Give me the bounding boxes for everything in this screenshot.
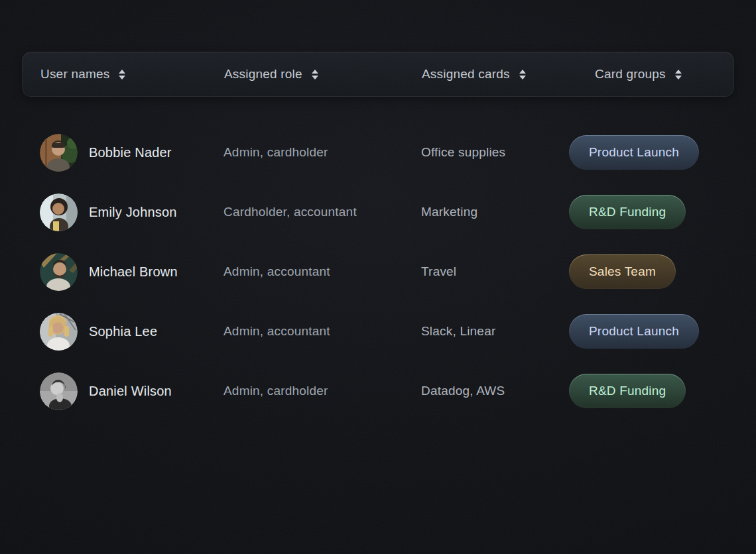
user-cell: Daniel Wilson [40, 372, 223, 410]
card-group-badge[interactable]: Product Launch [569, 314, 699, 349]
user-name: Michael Brown [89, 264, 178, 280]
card-group-label: Product Launch [570, 136, 698, 169]
assigned-cards: Datadog, AWS [421, 384, 569, 398]
column-header-user-names[interactable]: User names [40, 67, 224, 82]
table-header: User names Assigned role Assigned cards … [22, 52, 734, 97]
user-cell: Michael Brown [40, 253, 223, 291]
avatar [40, 194, 78, 231]
assigned-cards: Marketing [421, 205, 569, 219]
user-cell: Emily Johnson [40, 194, 223, 231]
assigned-cards: Office supplies [421, 145, 569, 160]
table-row[interactable]: Daniel Wilson Admin, cardholder Datadog,… [0, 361, 756, 421]
users-table-page: User names Assigned role Assigned cards … [0, 0, 756, 554]
column-label: Assigned cards [422, 67, 510, 82]
card-group-label: R&D Funding [570, 195, 685, 229]
assigned-role: Admin, cardholder [223, 384, 421, 398]
avatar [40, 134, 78, 172]
avatar [40, 313, 78, 351]
user-name: Daniel Wilson [89, 384, 172, 399]
sort-icon[interactable] [312, 70, 318, 80]
assigned-role: Admin, accountant [223, 324, 421, 339]
assigned-role: Admin, accountant [223, 264, 421, 279]
avatar [40, 253, 78, 291]
card-group-cell: R&D Funding [569, 374, 756, 408]
table-row[interactable]: Sophia Lee Admin, accountant Slack, Line… [0, 302, 756, 361]
avatar [40, 372, 78, 410]
assigned-role: Admin, cardholder [223, 145, 421, 160]
card-group-label: Product Launch [570, 315, 698, 348]
column-label: Card groups [595, 67, 666, 82]
card-group-cell: Product Launch [569, 314, 756, 349]
column-header-assigned-cards[interactable]: Assigned cards [422, 67, 582, 82]
user-cell: Bobbie Nader [40, 134, 223, 172]
column-header-card-groups[interactable]: Card groups [582, 67, 733, 82]
card-group-cell: R&D Funding [569, 195, 756, 229]
card-group-label: R&D Funding [570, 374, 685, 408]
table-body: Bobbie Nader Admin, cardholder Office su… [0, 123, 756, 421]
card-group-cell: Product Launch [569, 135, 756, 170]
card-group-badge[interactable]: Sales Team [569, 254, 676, 289]
card-group-badge[interactable]: Product Launch [569, 135, 699, 170]
column-label: User names [40, 67, 109, 82]
column-header-assigned-role[interactable]: Assigned role [224, 67, 422, 82]
table-row[interactable]: Michael Brown Admin, accountant Travel S… [0, 242, 756, 302]
sort-icon[interactable] [119, 70, 125, 80]
card-group-cell: Sales Team [569, 254, 756, 289]
sort-icon[interactable] [675, 70, 682, 80]
user-name: Sophia Lee [89, 324, 157, 339]
table-row[interactable]: Emily Johnson Cardholder, accountant Mar… [0, 182, 756, 242]
user-cell: Sophia Lee [40, 313, 223, 351]
user-name: Emily Johnson [89, 205, 177, 220]
assigned-role: Cardholder, accountant [223, 205, 421, 219]
table-row[interactable]: Bobbie Nader Admin, cardholder Office su… [0, 123, 756, 182]
user-name: Bobbie Nader [89, 145, 172, 160]
card-group-label: Sales Team [570, 255, 675, 288]
assigned-cards: Travel [421, 264, 569, 279]
card-group-badge[interactable]: R&D Funding [569, 374, 686, 408]
card-group-badge[interactable]: R&D Funding [569, 195, 686, 229]
assigned-cards: Slack, Linear [421, 324, 569, 339]
sort-icon[interactable] [519, 70, 526, 80]
column-label: Assigned role [224, 67, 302, 82]
